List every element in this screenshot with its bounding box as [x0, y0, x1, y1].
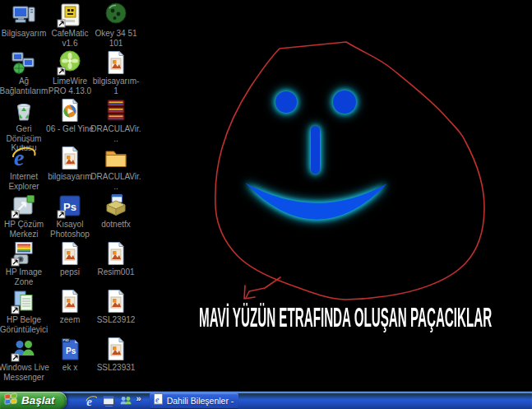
desktop-icon-06-gel-yine[interactable]: 06 - Gel Yine [47, 97, 93, 145]
psd-file-icon: PSDPs [57, 336, 83, 362]
desktop-icon-hp-belge-g-r-nt-leyici[interactable]: HP Belge Görüntüleyici [1, 288, 47, 336]
desktop-icon-label: CafeMatic v1.6 [44, 29, 95, 48]
start-button[interactable]: Başlat [0, 392, 67, 409]
desktop-icon-okey-34-51-101[interactable]: Okey 34 51 101 [93, 2, 139, 49]
desktop-icon-resim001[interactable]: Resim001 [93, 240, 139, 288]
image-document-icon [103, 336, 129, 362]
red-arrowhead [244, 286, 255, 299]
hp-document-viewer-icon [11, 288, 37, 314]
quick-launch-messenger-icon[interactable] [119, 394, 132, 407]
desktop: BilgisayarımCafeMatic v1.6Okey 34 51 101… [0, 0, 532, 409]
red-circle-outline [215, 42, 484, 300]
image-document-icon [57, 145, 83, 171]
hp-solution-center-icon [11, 193, 37, 219]
media-file-icon [57, 97, 83, 123]
desktop-icon-bilgisayar-m-1[interactable]: bilgisayarım-1 [93, 49, 139, 97]
image-document-icon [103, 240, 129, 267]
internet-explorer-page-icon: e [153, 393, 164, 408]
desktop-icon-label: HP Çözüm Merkezi [0, 220, 49, 239]
desktop-icon-label: bilgisayarım-1 [90, 77, 141, 95]
taskbar: Başlat e » e Dahili Bileşenler - Micr... [0, 391, 532, 409]
winrar-archive-icon [103, 97, 129, 123]
desktop-icon-label: Windows Live Messenger [0, 363, 49, 382]
task-button-label: Dahili Bileşenler - Micr... [167, 396, 235, 406]
recycle-bin-icon [11, 97, 37, 123]
quick-launch-show-desktop-icon[interactable] [102, 394, 115, 407]
desktop-icon-limewire-pro-4-13-0[interactable]: LimeWire PRO 4.13.0 [47, 49, 93, 97]
desktop-icon-label: ek x [44, 363, 95, 373]
desktop-icon-hp-image-zone[interactable]: HP Image Zone [1, 240, 47, 288]
desktop-icon-a-ba-lant-lar-m[interactable]: Ağ Bağlantılarım [1, 49, 47, 97]
quick-launch-internet-explorer-icon[interactable]: e [85, 394, 98, 407]
desktop-icon-zeem[interactable]: zeem [47, 288, 93, 336]
desktop-icon-dotnetfx[interactable]: dotnetfx [93, 193, 139, 240]
image-document-icon [57, 288, 83, 314]
desktop-icon-label: SSL23931 [90, 363, 141, 373]
desktop-icon-label: Okey 34 51 101 [90, 29, 141, 48]
desktop-icon-label: bilgisayarım [44, 172, 95, 182]
desktop-icon-hp-z-m-merkezi[interactable]: HP Çözüm Merkezi [1, 193, 47, 240]
okey-ball-icon [103, 2, 129, 28]
desktop-icon-label: SSL23912 [90, 315, 141, 325]
desktop-icon-internet-explorer[interactable]: eInternet Explorer [1, 145, 47, 193]
desktop-icon-label: Internet Explorer [0, 172, 49, 191]
hp-image-zone-icon [11, 240, 37, 267]
smile [245, 183, 387, 220]
desktop-icon-label: Bilgisayarım [0, 29, 49, 39]
quick-launch-bar: e [85, 394, 132, 407]
desktop-icon-label: Kısayol Photoshop [44, 220, 95, 239]
red-arrow [246, 277, 280, 298]
photoshop-icon: Ps [57, 193, 83, 219]
network-places-icon [11, 49, 37, 76]
windows-live-messenger-icon [11, 336, 37, 362]
image-document-icon [103, 49, 129, 76]
desktop-icon-k-sayol-photoshop[interactable]: PsKısayol Photoshop [47, 193, 93, 240]
desktop-icon-label: LimeWire PRO 4.13.0 [44, 77, 95, 95]
right-eye [333, 91, 356, 114]
desktop-icon-label: Ağ Bağlantılarım [0, 77, 49, 95]
caption-text: MAVİ YÜZÜN ETRAFINDA OLUŞAN PAÇACIKLAR [199, 302, 492, 333]
svg-text:PSD: PSD [63, 339, 70, 342]
desktop-icon-draculavir[interactable]: DRACULAVir... [93, 145, 139, 193]
limewire-icon [57, 49, 83, 76]
desktop-icon-draculavir[interactable]: DRACULAVir... [93, 97, 139, 145]
internet-explorer-icon: e [11, 145, 37, 171]
blue-face-drawing [245, 91, 387, 220]
desktop-icon-label: HP Image Zone [0, 267, 49, 286]
desktop-icon-label: 06 - Gel Yine [44, 124, 95, 134]
desktop-icon-label: DRACULAVir... [90, 124, 141, 143]
folder-icon [103, 145, 129, 171]
installer-box-icon [103, 193, 129, 219]
caption-container: MAVİ YÜZÜN ETRAFINDA OLUŞAN PAÇACIKLAR [187, 304, 503, 331]
desktop-icon-grid: BilgisayarımCafeMatic v1.6Okey 34 51 101… [1, 2, 141, 383]
nose [311, 126, 320, 174]
desktop-icon-bilgisayar-m[interactable]: bilgisayarım [47, 145, 93, 193]
svg-text:e: e [155, 394, 160, 403]
windows-logo-icon [4, 392, 18, 409]
red-circle-annotation [215, 42, 484, 300]
cafematic-icon [57, 2, 83, 28]
start-button-label: Başlat [21, 394, 55, 407]
desktop-icon-bilgisayar-m[interactable]: Bilgisayarım [1, 2, 47, 49]
desktop-icon-label: pepsi [44, 267, 95, 277]
image-document-icon [103, 288, 129, 314]
svg-text:Ps: Ps [66, 346, 76, 356]
desktop-icon-ssl23931[interactable]: SSL23931 [93, 336, 139, 383]
desktop-icon-label: dotnetfx [90, 220, 141, 230]
image-document-icon [57, 240, 83, 267]
desktop-icon-label: Resim001 [90, 267, 141, 277]
quick-launch-overflow-chevron[interactable]: » [136, 393, 141, 403]
desktop-icon-label: zeem [44, 315, 95, 325]
desktop-icon-geri-d-n-m-kutusu[interactable]: Geri Dönüşüm Kutusu [1, 97, 47, 145]
desktop-icon-label: DRACULAVir... [90, 172, 141, 191]
desktop-icon-ssl23912[interactable]: SSL23912 [93, 288, 139, 336]
desktop-icon-ek-x[interactable]: PSDPsek x [47, 336, 93, 383]
task-button-dahili-bilesenler[interactable]: e Dahili Bileşenler - Micr... [150, 393, 238, 408]
desktop-icon-label: HP Belge Görüntüleyici [0, 315, 49, 334]
desktop-icon-windows-live-messenger[interactable]: Windows Live Messenger [1, 336, 47, 383]
desktop-icon-cafematic-v1-6[interactable]: CafeMatic v1.6 [47, 2, 93, 49]
my-computer-icon [11, 2, 37, 28]
left-eye [275, 91, 297, 113]
desktop-icon-pepsi[interactable]: pepsi [47, 240, 93, 288]
